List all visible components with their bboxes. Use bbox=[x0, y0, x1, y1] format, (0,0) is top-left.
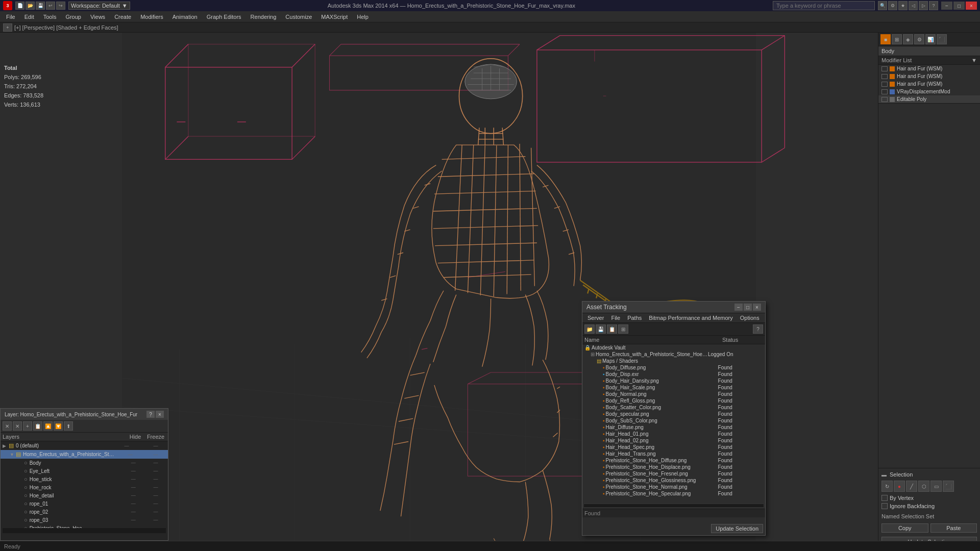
asset-row[interactable]: ▪Hair_Head_01.pngFound bbox=[582, 431, 765, 437]
mod-eye-3[interactable] bbox=[881, 82, 888, 87]
mod-eye-2[interactable] bbox=[881, 74, 888, 79]
asset-row[interactable]: ▪Body_Scatter_Color.pngFound bbox=[582, 404, 765, 411]
asset-close-btn[interactable]: × bbox=[753, 304, 761, 311]
asset-row[interactable]: ▪Prehistoric_Stone_Hoe_Fresnel.pngFound bbox=[582, 470, 765, 477]
asset-minimize-btn[interactable]: − bbox=[734, 304, 743, 311]
menu-create[interactable]: Create bbox=[110, 13, 135, 21]
checkbox-vertex[interactable] bbox=[881, 495, 888, 501]
rs-icon-4[interactable]: ⚙ bbox=[914, 34, 924, 44]
rs-icon-2[interactable]: ⊞ bbox=[892, 34, 902, 44]
layers-tb-btn-7[interactable]: ⬆ bbox=[64, 421, 73, 431]
menu-modifiers[interactable]: Modifiers bbox=[136, 13, 167, 21]
menu-file[interactable]: File bbox=[2, 13, 19, 21]
layer-item[interactable]: ○Hoe_stick—— bbox=[1, 475, 168, 483]
asset-row[interactable]: ▪Hair_Diffuse.pngFound bbox=[582, 424, 765, 431]
save-btn[interactable]: 💾 bbox=[36, 2, 45, 10]
sel-btn-edge[interactable]: ╱ bbox=[906, 481, 917, 492]
plus-icon[interactable]: + bbox=[3, 23, 12, 32]
search-icon[interactable]: 🔍 bbox=[878, 1, 887, 10]
asset-row[interactable]: ▪Body_Diffuse.pngFound bbox=[582, 364, 765, 371]
rs-icon-6[interactable]: ⬛ bbox=[937, 34, 947, 44]
menu-rendering[interactable]: Rendering bbox=[247, 13, 281, 21]
menu-help[interactable]: Help bbox=[353, 13, 373, 21]
menu-animation[interactable]: Animation bbox=[168, 13, 202, 21]
menu-views[interactable]: Views bbox=[86, 13, 109, 21]
search-input[interactable] bbox=[773, 1, 875, 10]
menu-customize[interactable]: Customize bbox=[281, 13, 316, 21]
sel-btn-border[interactable]: ⬡ bbox=[918, 481, 929, 492]
undo-btn[interactable]: ↩ bbox=[46, 2, 55, 10]
asset-row[interactable]: ▪Prehistoric_Stone_Hoe_Glossiness.pngFou… bbox=[582, 477, 765, 484]
workspace-selector[interactable]: Workspace: Default ▼ bbox=[68, 2, 130, 10]
asset-row[interactable]: ▪Body_specular.pngFound bbox=[582, 411, 765, 417]
copy-button[interactable]: Copy bbox=[881, 523, 928, 533]
bookmark-icon[interactable]: ★ bbox=[898, 1, 908, 10]
layer-item[interactable]: ○Hoe_detail—— bbox=[1, 491, 168, 499]
menu-group[interactable]: Group bbox=[61, 13, 85, 21]
help-icon[interactable]: ? bbox=[929, 1, 938, 10]
rs-sel-collapse-icon[interactable]: ▬ bbox=[881, 472, 887, 478]
asset-tb-4[interactable]: ⊞ bbox=[618, 324, 628, 334]
asset-tb-1[interactable]: 📁 bbox=[584, 324, 595, 334]
rs-icon-1[interactable]: ■ bbox=[880, 34, 891, 44]
asset-maximize-btn[interactable]: □ bbox=[744, 304, 752, 311]
asset-row[interactable]: ▪Body_Disp.exrFound bbox=[582, 371, 765, 378]
asset-menu-options[interactable]: Options bbox=[737, 314, 763, 321]
layer-item[interactable]: ○Hoe_rock—— bbox=[1, 483, 168, 491]
asset-row[interactable]: ▪Prehistoric_Stone_Hoe_Diffuse.pngFound bbox=[582, 457, 765, 464]
asset-horizontal-scrollbar[interactable] bbox=[583, 504, 764, 508]
asset-row[interactable]: ▪Hair_Head_Spec.pngFound bbox=[582, 444, 765, 450]
asset-row[interactable]: ⊞Homo_Erectus_with_a_Prehistoric_Stone_H… bbox=[582, 351, 765, 358]
mod-eye-1[interactable] bbox=[881, 66, 888, 71]
menu-maxscript[interactable]: MAXScript bbox=[317, 13, 352, 21]
asset-menu-paths[interactable]: Paths bbox=[624, 314, 645, 321]
back-icon[interactable]: ◁ bbox=[909, 1, 918, 10]
asset-help-btn[interactable]: ? bbox=[753, 324, 763, 334]
sel-btn-refresh[interactable]: ↻ bbox=[881, 481, 893, 492]
asset-row[interactable]: ▪Body_Hair_Scale.pngFound bbox=[582, 384, 765, 391]
layer-item[interactable]: ○Prehistoric_Stone_Hoe—— bbox=[1, 524, 168, 528]
forward-icon[interactable]: ▷ bbox=[919, 1, 928, 10]
rs-icon-3[interactable]: ◈ bbox=[903, 34, 913, 44]
asset-row[interactable]: ▪Body_SubS_Color.pngFound bbox=[582, 417, 765, 424]
asset-tb-2[interactable]: 💾 bbox=[596, 324, 606, 334]
sel-btn-poly[interactable]: ▭ bbox=[930, 481, 942, 492]
asset-row[interactable]: ▪Prehistoric_Stone_Hoe_Displace.pngFound bbox=[582, 464, 765, 470]
layer-item[interactable]: ▼▤Homo_Erectus_with_a_Prehistoric_Stone_… bbox=[1, 450, 168, 459]
maximize-button[interactable]: □ bbox=[953, 2, 965, 10]
close-button[interactable]: × bbox=[966, 2, 977, 10]
checkbox-backface[interactable] bbox=[881, 503, 888, 509]
sel-btn-vertex[interactable]: ● bbox=[894, 481, 905, 492]
menu-tools[interactable]: Tools bbox=[39, 13, 61, 21]
settings-icon[interactable]: ⚙ bbox=[888, 1, 897, 10]
layers-tb-btn-2[interactable]: ✕ bbox=[13, 421, 22, 431]
asset-menu-file[interactable]: File bbox=[608, 314, 623, 321]
asset-row[interactable]: ▪Hair_Head_Trans.pngFound bbox=[582, 450, 765, 457]
paste-button[interactable]: Paste bbox=[930, 523, 977, 533]
layer-item[interactable]: ○rope_01—— bbox=[1, 499, 168, 508]
layers-tb-btn-5[interactable]: 🔼 bbox=[43, 421, 53, 431]
layers-close-btn[interactable]: × bbox=[156, 411, 164, 418]
layer-item[interactable]: ○Body—— bbox=[1, 459, 168, 467]
menu-edit[interactable]: Edit bbox=[20, 13, 38, 21]
asset-row[interactable]: ▤Maps / Shaders bbox=[582, 358, 765, 364]
layers-scrollbar[interactable] bbox=[3, 528, 166, 533]
mod-eye-4[interactable] bbox=[881, 89, 888, 94]
minimize-button[interactable]: − bbox=[941, 2, 952, 10]
asset-row[interactable]: ▪Body_Refl_Gloss.pngFound bbox=[582, 397, 765, 404]
layers-tb-btn-4[interactable]: 📋 bbox=[33, 421, 42, 431]
asset-menu-server[interactable]: Server bbox=[584, 314, 607, 321]
asset-menu-bitmap[interactable]: Bitmap Performance and Memory bbox=[646, 314, 736, 321]
new-btn[interactable]: 📄 bbox=[15, 2, 24, 10]
rs-icon-5[interactable]: 📊 bbox=[925, 34, 936, 44]
asset-row[interactable]: ▪Prehistoric_Stone_Hoe_Specular.pngFound bbox=[582, 490, 765, 497]
rs-modlist-arrow[interactable]: ▼ bbox=[971, 57, 977, 63]
asset-row[interactable]: ▪Body_Normal.pngFound bbox=[582, 391, 765, 397]
layers-tb-btn-3[interactable]: + bbox=[23, 421, 32, 431]
layers-help-btn[interactable]: ? bbox=[146, 411, 155, 418]
mod-eye-5[interactable] bbox=[881, 97, 888, 102]
asset-update-btn[interactable]: Update Selection bbox=[711, 524, 763, 533]
layer-item[interactable]: ○rope_02—— bbox=[1, 508, 168, 516]
sel-btn-element[interactable]: ⬛ bbox=[943, 481, 954, 492]
asset-row[interactable]: ▪Prehistoric_Stone_Hoe_Normal.pngFound bbox=[582, 484, 765, 490]
